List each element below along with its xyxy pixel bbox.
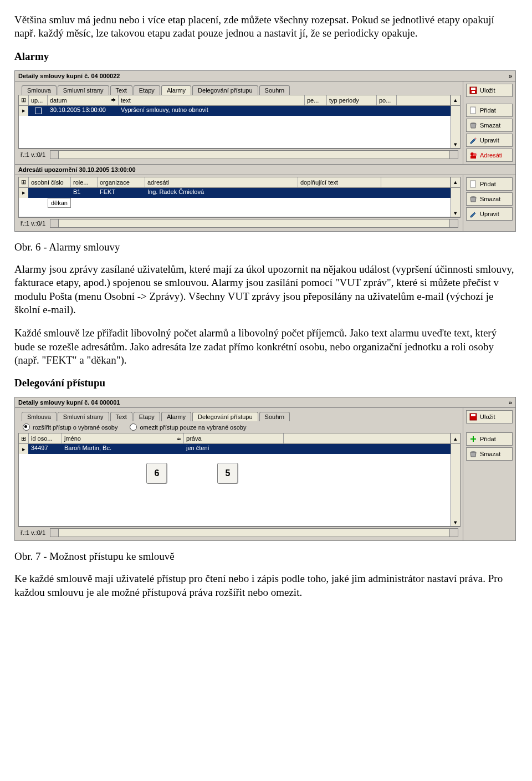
tab-delegovani[interactable]: Delegování přístupu xyxy=(192,85,258,95)
tab-etapy[interactable]: Etapy xyxy=(134,85,160,95)
delete-button[interactable]: Smazat xyxy=(466,447,513,461)
hscrollbar[interactable] xyxy=(50,528,458,537)
delete-button[interactable]: Smazat xyxy=(466,119,513,132)
alarms-grid[interactable]: ⊞ up... datum≑ text pe... typ periody po… xyxy=(18,95,461,149)
status-bar-1: ř.:1 v.:0/1 xyxy=(18,149,461,160)
col-up[interactable]: up... xyxy=(29,95,48,105)
row-indicator-icon: ▸ xyxy=(19,444,29,454)
trash-icon xyxy=(469,121,477,129)
tab-text[interactable]: Text xyxy=(110,85,132,95)
pencil-icon xyxy=(469,136,477,144)
save-icon xyxy=(469,413,477,421)
delete-button[interactable]: Smazat xyxy=(466,192,513,206)
tab-delegovani[interactable]: Delegování přístupu xyxy=(192,412,258,421)
scroll-down-icon[interactable]: ▾ xyxy=(451,198,460,217)
svg-rect-1 xyxy=(471,88,475,90)
paragraph-intro: Většina smluv má jednu nebo i více etap … xyxy=(14,13,518,40)
tab-alarmy[interactable]: Alarmy xyxy=(161,85,191,95)
tab-alarmy[interactable]: Alarmy xyxy=(161,412,191,421)
svg-rect-7 xyxy=(470,156,476,159)
row-indicator-icon: ▸ xyxy=(19,106,29,116)
edit-button[interactable]: Upravit xyxy=(466,134,513,147)
radio-extend[interactable]: rozšířit přístup o vybrané osoby xyxy=(23,423,117,431)
tabs: Smlouva Smluvní strany Text Etapy Alarmy… xyxy=(18,83,461,95)
cell-id: 34497 xyxy=(29,444,62,454)
paragraph-alarmy-2: Každé smlouvě lze přiřadit libovolný poč… xyxy=(14,326,518,367)
expand-icon[interactable]: ⊞ xyxy=(19,95,29,105)
toolbar-access: Uložit Přidat Smazat xyxy=(463,408,515,540)
heading-alarmy: Alarmy xyxy=(14,50,518,63)
keycap-6: 6 xyxy=(146,463,167,484)
radio-restrict[interactable]: omezit přístup pouze na vybrané osoby xyxy=(130,423,246,431)
col-po[interactable]: po... xyxy=(377,95,397,105)
hscrollbar[interactable] xyxy=(50,219,458,228)
svg-rect-8 xyxy=(470,181,475,187)
alarm-row[interactable]: ▸ 30.10.2005 13:00:00 Vypršení smlouvy, … xyxy=(19,106,460,116)
expand-icon[interactable]: ⊞ xyxy=(19,177,29,187)
access-row[interactable]: ▸ 34497 Baroň Martin, Bc. jen čtení xyxy=(19,444,460,454)
tab-smlouva[interactable]: Smlouva xyxy=(22,412,57,421)
scroll-up-icon[interactable]: ▴ xyxy=(451,95,460,105)
tab-smluvni-strany[interactable]: Smluvní strany xyxy=(58,85,109,95)
col-role[interactable]: role... xyxy=(71,177,98,187)
col-prava[interactable]: práva xyxy=(184,433,284,443)
add-button[interactable]: Přidat xyxy=(466,177,513,191)
people-icon xyxy=(469,151,477,159)
keycap-5: 5 xyxy=(217,463,238,484)
collapse-icon[interactable]: » xyxy=(509,399,512,406)
toolbar-main: Uložit Přidat Smazat Upravit Adresáti xyxy=(463,81,515,164)
radio-off-icon xyxy=(130,423,137,431)
edit-button[interactable]: Upravit xyxy=(466,207,513,221)
toolbar-recipients: Přidat Smazat Upravit xyxy=(463,175,515,231)
recipients-grid[interactable]: ⊞ osobní číslo role... organizace adresá… xyxy=(18,177,461,217)
col-pe[interactable]: pe... xyxy=(305,95,327,105)
svg-rect-11 xyxy=(471,414,475,416)
save-button[interactable]: Uložit xyxy=(466,410,513,423)
svg-point-5 xyxy=(470,152,474,156)
recipient-row[interactable]: ▸ B1 FEKT Ing. Radek Čmielová xyxy=(19,188,460,198)
plus-icon xyxy=(469,435,477,443)
figure-caption-6: Obr. 6 - Alarmy smlouvy xyxy=(14,241,518,254)
scroll-down-icon[interactable]: ▾ xyxy=(451,116,460,148)
recipients-button[interactable]: Adresáti xyxy=(466,149,513,162)
tab-smluvni-strany[interactable]: Smluvní strany xyxy=(58,412,109,421)
hscrollbar[interactable] xyxy=(50,150,458,159)
keycaps: 6 5 xyxy=(19,454,451,487)
save-icon xyxy=(469,86,477,94)
col-osobni-cislo[interactable]: osobní číslo xyxy=(29,177,71,187)
col-text[interactable]: text xyxy=(119,95,305,105)
screenshot-delegovani: Detaily smlouvy kupní č. 04 000001 » Sml… xyxy=(14,397,516,541)
col-typ-periody[interactable]: typ periody xyxy=(327,95,377,105)
status-bar: ř.:1 v.:0/1 xyxy=(18,527,461,538)
access-mode-radio-group: rozšířit přístup o vybrané osoby omezit … xyxy=(18,421,461,433)
collapse-icon[interactable]: » xyxy=(509,73,512,79)
tab-souhrn[interactable]: Souhrn xyxy=(259,412,290,421)
add-button[interactable]: Přidat xyxy=(466,104,513,117)
cell-adresat: Ing. Radek Čmielová xyxy=(145,188,298,198)
save-button[interactable]: Uložit xyxy=(466,84,513,97)
trash-icon xyxy=(469,450,477,458)
col-datum[interactable]: datum≑ xyxy=(48,95,119,105)
scroll-up-icon[interactable]: ▴ xyxy=(451,433,460,443)
tab-etapy[interactable]: Etapy xyxy=(134,412,160,421)
col-organizace[interactable]: organizace xyxy=(98,177,145,187)
add-button[interactable]: Přidat xyxy=(466,432,513,446)
col-jmeno[interactable]: jméno≑ xyxy=(62,433,184,443)
tab-souhrn[interactable]: Souhrn xyxy=(259,85,290,95)
scroll-down-icon[interactable]: ▾ xyxy=(451,454,460,526)
expand-icon[interactable]: ⊞ xyxy=(19,433,29,443)
access-grid[interactable]: ⊞ id oso... jméno≑ práva ▴ ▸ 34497 Baroň… xyxy=(18,433,461,527)
figure-caption-7: Obr. 7 - Možnost přístupu ke smlouvě xyxy=(14,550,518,563)
tab-text[interactable]: Text xyxy=(110,412,132,421)
col-adresati[interactable]: adresáti xyxy=(145,177,298,187)
cell-jmeno: Baroň Martin, Bc. xyxy=(62,444,184,454)
scroll-up-icon[interactable]: ▴ xyxy=(451,177,460,187)
window-title: Detaily smlouvy kupní č. 04 000022 xyxy=(18,73,120,79)
col-id-osoby[interactable]: id oso... xyxy=(29,433,62,443)
role-editor[interactable]: děkan xyxy=(48,198,71,208)
tab-smlouva[interactable]: Smlouva xyxy=(22,85,57,95)
col-doplnujici-text[interactable]: doplňující text xyxy=(298,177,381,187)
document-add-icon xyxy=(469,106,477,114)
titlebar: Detaily smlouvy kupní č. 04 000001 » xyxy=(15,397,515,408)
window-title: Detaily smlouvy kupní č. 04 000001 xyxy=(18,399,120,406)
